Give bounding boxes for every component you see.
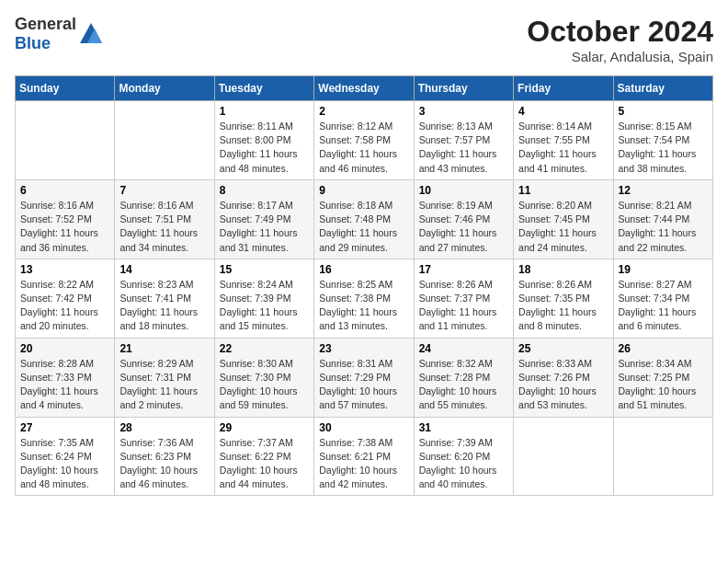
- day-info: Sunrise: 8:27 AM Sunset: 7:34 PM Dayligh…: [619, 278, 708, 334]
- calendar-cell: 14Sunrise: 8:23 AM Sunset: 7:41 PM Dayli…: [115, 259, 214, 338]
- weekday-header-monday: Monday: [115, 76, 214, 101]
- day-info: Sunrise: 8:34 AM Sunset: 7:25 PM Dayligh…: [619, 357, 708, 413]
- day-number: 15: [220, 263, 309, 276]
- day-number: 10: [419, 184, 508, 197]
- day-info: Sunrise: 8:15 AM Sunset: 7:54 PM Dayligh…: [619, 120, 708, 176]
- day-number: 9: [319, 184, 408, 197]
- day-info: Sunrise: 7:39 AM Sunset: 6:20 PM Dayligh…: [419, 436, 508, 492]
- day-info: Sunrise: 8:13 AM Sunset: 7:57 PM Dayligh…: [419, 120, 508, 176]
- day-info: Sunrise: 8:30 AM Sunset: 7:30 PM Dayligh…: [220, 357, 309, 413]
- day-info: Sunrise: 7:37 AM Sunset: 6:22 PM Dayligh…: [220, 436, 309, 492]
- day-info: Sunrise: 8:20 AM Sunset: 7:45 PM Dayligh…: [518, 199, 608, 255]
- weekday-header-row: SundayMondayTuesdayWednesdayThursdayFrid…: [16, 76, 713, 101]
- weekday-header-sunday: Sunday: [16, 76, 115, 101]
- day-number: 7: [119, 184, 209, 197]
- calendar-cell: 5Sunrise: 8:15 AM Sunset: 7:54 PM Daylig…: [613, 101, 712, 180]
- calendar-cell: 26Sunrise: 8:34 AM Sunset: 7:25 PM Dayli…: [613, 338, 712, 417]
- weekday-header-tuesday: Tuesday: [214, 76, 313, 101]
- day-number: 8: [220, 184, 309, 197]
- logo: General Blue: [15, 15, 104, 53]
- day-number: 30: [319, 421, 408, 434]
- calendar-cell: 13Sunrise: 8:22 AM Sunset: 7:42 PM Dayli…: [16, 259, 115, 338]
- calendar-cell: 15Sunrise: 8:24 AM Sunset: 7:39 PM Dayli…: [214, 259, 313, 338]
- calendar-cell: 24Sunrise: 8:32 AM Sunset: 7:28 PM Dayli…: [414, 338, 513, 417]
- day-number: 26: [619, 342, 708, 355]
- day-info: Sunrise: 8:23 AM Sunset: 7:41 PM Dayligh…: [119, 278, 209, 334]
- day-info: Sunrise: 8:12 AM Sunset: 7:58 PM Dayligh…: [319, 120, 408, 176]
- calendar-cell: 27Sunrise: 7:35 AM Sunset: 6:24 PM Dayli…: [16, 417, 115, 496]
- day-info: Sunrise: 8:24 AM Sunset: 7:39 PM Dayligh…: [220, 278, 309, 334]
- calendar-cell: [115, 101, 214, 180]
- calendar-week-row: 1Sunrise: 8:11 AM Sunset: 8:00 PM Daylig…: [16, 101, 713, 180]
- day-info: Sunrise: 8:16 AM Sunset: 7:51 PM Dayligh…: [119, 199, 209, 255]
- day-number: 24: [419, 342, 508, 355]
- calendar-week-row: 20Sunrise: 8:28 AM Sunset: 7:33 PM Dayli…: [16, 338, 713, 417]
- weekday-header-friday: Friday: [514, 76, 613, 101]
- calendar-cell: 9Sunrise: 8:18 AM Sunset: 7:48 PM Daylig…: [314, 179, 414, 259]
- calendar-cell: 21Sunrise: 8:29 AM Sunset: 7:31 PM Dayli…: [115, 338, 214, 417]
- calendar-cell: 18Sunrise: 8:26 AM Sunset: 7:35 PM Dayli…: [514, 259, 613, 338]
- day-number: 16: [319, 263, 408, 276]
- day-number: 14: [119, 263, 209, 276]
- logo-icon: [78, 21, 104, 47]
- day-info: Sunrise: 8:31 AM Sunset: 7:29 PM Dayligh…: [319, 357, 408, 413]
- day-number: 18: [518, 263, 608, 276]
- day-number: 28: [119, 421, 209, 434]
- day-number: 20: [20, 342, 109, 355]
- day-number: 29: [220, 421, 309, 434]
- day-info: Sunrise: 8:26 AM Sunset: 7:37 PM Dayligh…: [419, 278, 508, 334]
- weekday-header-thursday: Thursday: [414, 76, 513, 101]
- calendar-cell: 6Sunrise: 8:16 AM Sunset: 7:52 PM Daylig…: [16, 179, 115, 259]
- day-info: Sunrise: 8:21 AM Sunset: 7:44 PM Dayligh…: [619, 199, 708, 255]
- day-number: 5: [619, 105, 708, 118]
- day-number: 3: [419, 105, 508, 118]
- day-info: Sunrise: 8:32 AM Sunset: 7:28 PM Dayligh…: [419, 357, 508, 413]
- calendar-cell: 25Sunrise: 8:33 AM Sunset: 7:26 PM Dayli…: [514, 338, 613, 417]
- calendar-cell: 17Sunrise: 8:26 AM Sunset: 7:37 PM Dayli…: [414, 259, 513, 338]
- day-number: 13: [20, 263, 109, 276]
- calendar-cell: 28Sunrise: 7:36 AM Sunset: 6:23 PM Dayli…: [115, 417, 214, 496]
- day-info: Sunrise: 8:16 AM Sunset: 7:52 PM Dayligh…: [20, 199, 109, 255]
- title-block: October 2024 Salar, Andalusia, Spain: [527, 15, 713, 64]
- day-info: Sunrise: 8:22 AM Sunset: 7:42 PM Dayligh…: [20, 278, 109, 334]
- day-info: Sunrise: 8:17 AM Sunset: 7:49 PM Dayligh…: [220, 199, 309, 255]
- calendar-cell: 23Sunrise: 8:31 AM Sunset: 7:29 PM Dayli…: [314, 338, 414, 417]
- day-number: 23: [319, 342, 408, 355]
- day-number: 17: [419, 263, 508, 276]
- calendar-cell: 10Sunrise: 8:19 AM Sunset: 7:46 PM Dayli…: [414, 179, 513, 259]
- day-number: 19: [619, 263, 708, 276]
- calendar-cell: 29Sunrise: 7:37 AM Sunset: 6:22 PM Dayli…: [214, 417, 313, 496]
- calendar-cell: 2Sunrise: 8:12 AM Sunset: 7:58 PM Daylig…: [314, 101, 414, 180]
- calendar-cell: 16Sunrise: 8:25 AM Sunset: 7:38 PM Dayli…: [314, 259, 414, 338]
- logo-blue: Blue: [15, 34, 51, 52]
- day-number: 1: [220, 105, 309, 118]
- day-info: Sunrise: 8:11 AM Sunset: 8:00 PM Dayligh…: [220, 120, 309, 176]
- day-info: Sunrise: 8:33 AM Sunset: 7:26 PM Dayligh…: [518, 357, 608, 413]
- day-number: 31: [419, 421, 508, 434]
- day-info: Sunrise: 8:25 AM Sunset: 7:38 PM Dayligh…: [319, 278, 408, 334]
- calendar-cell: [16, 101, 115, 180]
- day-info: Sunrise: 7:38 AM Sunset: 6:21 PM Dayligh…: [319, 436, 408, 492]
- calendar-cell: [514, 417, 613, 496]
- calendar-cell: 22Sunrise: 8:30 AM Sunset: 7:30 PM Dayli…: [214, 338, 313, 417]
- calendar-table: SundayMondayTuesdayWednesdayThursdayFrid…: [15, 75, 713, 496]
- weekday-header-saturday: Saturday: [613, 76, 712, 101]
- calendar-week-row: 27Sunrise: 7:35 AM Sunset: 6:24 PM Dayli…: [16, 417, 713, 496]
- day-number: 27: [20, 421, 109, 434]
- day-info: Sunrise: 8:26 AM Sunset: 7:35 PM Dayligh…: [518, 278, 608, 334]
- day-number: 11: [518, 184, 608, 197]
- weekday-header-wednesday: Wednesday: [314, 76, 414, 101]
- day-number: 4: [518, 105, 608, 118]
- day-number: 2: [319, 105, 408, 118]
- location-title: Salar, Andalusia, Spain: [527, 49, 713, 64]
- calendar-cell: 7Sunrise: 8:16 AM Sunset: 7:51 PM Daylig…: [115, 179, 214, 259]
- day-number: 12: [619, 184, 708, 197]
- day-info: Sunrise: 7:36 AM Sunset: 6:23 PM Dayligh…: [119, 436, 209, 492]
- calendar-cell: 3Sunrise: 8:13 AM Sunset: 7:57 PM Daylig…: [414, 101, 513, 180]
- calendar-cell: 1Sunrise: 8:11 AM Sunset: 8:00 PM Daylig…: [214, 101, 313, 180]
- calendar-cell: 4Sunrise: 8:14 AM Sunset: 7:55 PM Daylig…: [514, 101, 613, 180]
- calendar-week-row: 6Sunrise: 8:16 AM Sunset: 7:52 PM Daylig…: [16, 179, 713, 259]
- logo-general: General: [15, 15, 76, 33]
- month-title: October 2024: [527, 15, 713, 49]
- calendar-cell: 30Sunrise: 7:38 AM Sunset: 6:21 PM Dayli…: [314, 417, 414, 496]
